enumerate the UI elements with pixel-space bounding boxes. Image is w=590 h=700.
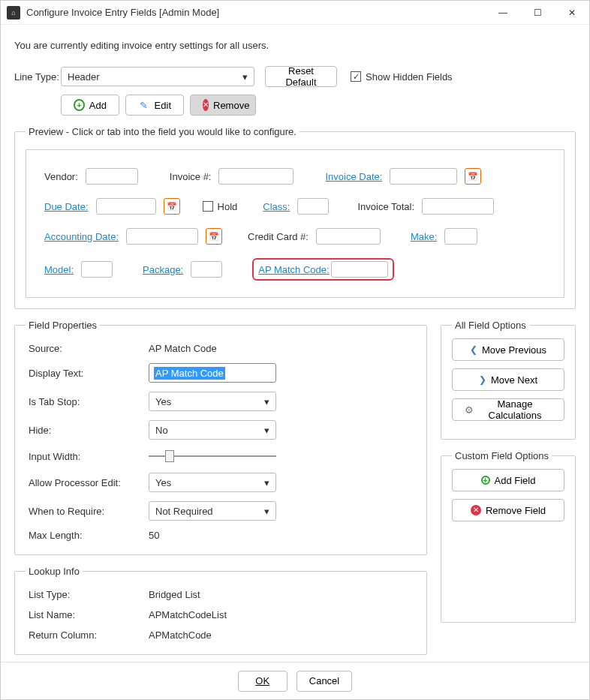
input-width-label: Input Width: <box>29 451 149 462</box>
credit-card-input[interactable] <box>316 228 381 245</box>
chevron-right-icon: ❯ <box>479 374 486 385</box>
due-date-label[interactable]: Due Date: <box>44 201 89 212</box>
titlebar: ⌂ Configure Invoice Entry Fields [Admin … <box>1 1 589 25</box>
chevron-down-icon: ▾ <box>264 425 269 436</box>
footer-bar: OK Cancel <box>1 662 589 699</box>
ok-button[interactable]: OK <box>238 671 287 692</box>
vendor-input[interactable] <box>86 168 138 185</box>
allow-processor-edit-label: Allow Processor Edit: <box>29 477 149 488</box>
lookup-info-group: Lookup Info List Type: Bridged List List… <box>14 566 427 655</box>
display-text-label: Display Text: <box>29 368 149 379</box>
hold-label: Hold <box>218 201 238 212</box>
class-input[interactable] <box>297 198 329 215</box>
maximize-button[interactable]: ☐ <box>520 1 555 25</box>
hide-select[interactable]: No ▾ <box>149 420 276 440</box>
preview-group: Preview - Click or tab into the field yo… <box>14 126 576 309</box>
input-width-slider[interactable] <box>149 449 276 464</box>
remove-field-button[interactable]: ✕ Remove Field <box>452 499 564 521</box>
credit-card-label: Credit Card #: <box>248 231 309 242</box>
chevron-down-icon: ▾ <box>264 477 269 488</box>
add-button[interactable]: + Add <box>61 95 119 116</box>
remove-button[interactable]: ✕ Remove <box>190 95 256 116</box>
line-type-row: Line Type: Header ▾ Reset Default ✓ Show… <box>14 66 576 87</box>
custom-field-options-legend: Custom Field Options <box>452 450 552 461</box>
ap-match-code-input[interactable] <box>331 261 388 278</box>
checkbox-checked-icon: ✓ <box>351 71 361 82</box>
max-length-value: 50 <box>149 530 413 541</box>
lookup-info-legend: Lookup Info <box>26 566 83 577</box>
due-date-input[interactable] <box>96 198 156 215</box>
pencil-icon: ✎ <box>138 99 150 111</box>
invoice-date-label[interactable]: Invoice Date: <box>325 171 382 182</box>
window-title: Configure Invoice Entry Fields [Admin Mo… <box>26 7 486 18</box>
allow-processor-edit-select[interactable]: Yes ▾ <box>149 473 276 492</box>
list-type-label: List Type: <box>29 589 149 600</box>
close-button[interactable]: ✕ <box>555 1 589 25</box>
calendar-icon: 📅 <box>468 172 478 182</box>
window-root: ⌂ Configure Invoice Entry Fields [Admin … <box>0 0 590 700</box>
return-column-label: Return Column: <box>29 629 149 641</box>
custom-field-options-group: Custom Field Options + Add Field ✕ Remov… <box>441 450 576 623</box>
invoice-date-calendar-button[interactable]: 📅 <box>465 168 481 185</box>
slider-thumb[interactable] <box>165 450 174 462</box>
manage-calculations-button[interactable]: ⚙ Manage Calculations <box>452 398 564 421</box>
hide-label: Hide: <box>29 425 149 436</box>
package-label[interactable]: Package: <box>143 264 183 275</box>
hold-checkbox[interactable]: Hold <box>203 201 238 212</box>
reset-default-button[interactable]: Reset Default <box>265 66 337 87</box>
line-type-select[interactable]: Header ▾ <box>61 67 254 86</box>
field-properties-group: Field Properties Source: AP Match Code D… <box>14 320 427 555</box>
move-next-button[interactable]: ❯ Move Next <box>452 368 564 391</box>
make-label[interactable]: Make: <box>411 231 437 242</box>
plus-icon: + <box>481 476 490 485</box>
show-hidden-checkbox[interactable]: ✓ Show Hidden Fields <box>351 71 453 83</box>
chevron-down-icon: ▾ <box>264 396 269 407</box>
chevron-left-icon: ❮ <box>470 344 477 355</box>
add-field-button[interactable]: + Add Field <box>452 469 564 491</box>
invoice-total-input[interactable] <box>422 198 494 215</box>
checkbox-empty-icon <box>203 201 213 212</box>
app-icon: ⌂ <box>7 6 20 20</box>
accounting-date-input[interactable] <box>126 228 198 245</box>
all-field-options-legend: All Field Options <box>452 320 529 331</box>
cancel-button[interactable]: Cancel <box>297 671 352 692</box>
minimize-button[interactable]: — <box>486 1 520 25</box>
properties-columns: Field Properties Source: AP Match Code D… <box>14 320 576 665</box>
invoice-no-input[interactable] <box>218 168 293 185</box>
max-length-label: Max Length: <box>29 530 149 541</box>
show-hidden-label: Show Hidden Fields <box>366 71 453 83</box>
accounting-date-calendar-button[interactable]: 📅 <box>206 228 222 245</box>
list-type-value: Bridged List <box>149 589 413 600</box>
model-input[interactable] <box>81 261 113 278</box>
line-type-value: Header <box>68 71 242 83</box>
due-date-calendar-button[interactable]: 📅 <box>164 198 180 215</box>
invoice-date-input[interactable] <box>390 168 457 185</box>
ap-match-code-label[interactable]: AP Match Code: <box>255 264 329 275</box>
subtitle-text: You are currently editing invoice entry … <box>14 40 576 51</box>
move-previous-button[interactable]: ❮ Move Previous <box>452 338 564 361</box>
source-value: AP Match Code <box>149 343 413 354</box>
model-label[interactable]: Model: <box>44 264 74 275</box>
edit-button[interactable]: ✎ Edit <box>125 95 184 116</box>
is-tab-stop-label: Is Tab Stop: <box>29 396 149 407</box>
preview-inner: Vendor: Invoice #: Invoice Date: 📅 Due D… <box>26 149 564 298</box>
invoice-no-label: Invoice #: <box>170 171 212 182</box>
calendar-icon: 📅 <box>167 202 177 212</box>
gear-icon: ⚙ <box>465 404 474 416</box>
chevron-down-icon: ▾ <box>242 71 248 83</box>
when-to-require-select[interactable]: Not Required ▾ <box>149 501 276 521</box>
invoice-total-label: Invoice Total: <box>357 201 414 212</box>
is-tab-stop-select[interactable]: Yes ▾ <box>149 392 276 411</box>
package-input[interactable] <box>191 261 222 278</box>
display-text-input[interactable]: AP Match Code <box>149 363 276 383</box>
content-area: You are currently editing invoice entry … <box>1 25 589 700</box>
accounting-date-label[interactable]: Accounting Date: <box>44 231 119 242</box>
selected-field-ap-match-code[interactable]: AP Match Code: <box>252 258 393 281</box>
chevron-down-icon: ▾ <box>264 506 269 517</box>
list-name-value: APMatchCodeList <box>149 609 413 620</box>
class-label[interactable]: Class: <box>263 201 290 212</box>
return-column-value: APMatchCode <box>149 629 413 641</box>
make-input[interactable] <box>444 228 477 245</box>
when-to-require-label: When to Require: <box>29 506 149 517</box>
source-label: Source: <box>29 343 149 354</box>
